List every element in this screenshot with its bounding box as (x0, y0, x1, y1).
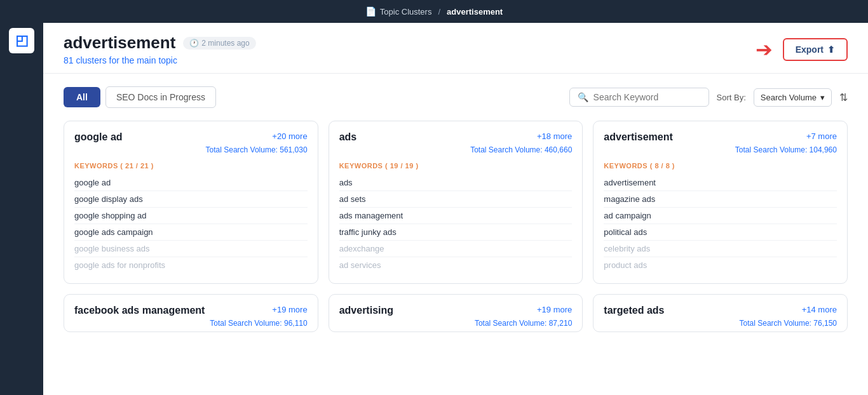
card-more[interactable]: +19 more (537, 305, 572, 314)
breadcrumb-current: advertisement (447, 7, 503, 17)
keyword-item: ads management (339, 208, 573, 224)
card-more[interactable]: +20 more (272, 131, 307, 141)
card-more[interactable]: +19 more (272, 305, 307, 314)
card-volume: Total Search Volume: 561,030 (74, 145, 308, 154)
card-title: advertising (339, 305, 393, 316)
keywords-label: KEYWORDS ( 19 / 19 ) (339, 162, 573, 170)
card-more[interactable]: +7 more (806, 131, 837, 141)
sort-by-label: Sort By: (717, 93, 746, 102)
card-header: advertising +19 more (339, 305, 573, 316)
card-header: targeted ads +14 more (604, 305, 837, 316)
header-left: advertisement 🕐 2 minutes ago 81 cluster… (64, 33, 256, 65)
keyword-item: advertisement (604, 175, 837, 191)
card-volume: Total Search Volume: 460,660 (339, 145, 573, 154)
search-input[interactable] (593, 92, 701, 102)
page-title-row: advertisement 🕐 2 minutes ago (64, 33, 256, 53)
keyword-item: political ads (604, 224, 837, 241)
export-button[interactable]: Export ⬆ (783, 38, 848, 61)
card-targeted-ads: targeted ads +14 more Total Search Volum… (593, 294, 848, 332)
search-box[interactable]: 🔍 (569, 88, 709, 107)
sort-order-icon[interactable]: ⇅ (839, 91, 848, 104)
keyword-item: ads (339, 175, 573, 191)
doc-icon: 📄 (365, 6, 376, 17)
filter-left: All SEO Docs in Progress (64, 86, 216, 108)
keyword-item: product ads (604, 257, 837, 273)
content-area: All SEO Docs in Progress 🔍 Sort By: Sear… (43, 74, 868, 345)
card-advertising: advertising +19 more Total Search Volume… (329, 294, 583, 332)
sort-value: Search Volume (761, 93, 817, 102)
card-title: ads (339, 131, 357, 143)
sidebar-logo[interactable]: ◰ (9, 28, 34, 53)
keyword-item: adexchange (339, 241, 573, 257)
top-bar: 📄 Topic Clusters / advertisement (0, 0, 868, 23)
sidebar: ◰ (0, 23, 43, 395)
main-content: advertisement 🕐 2 minutes ago 81 cluster… (43, 23, 868, 395)
cluster-count: 81 clusters for the main topic (64, 55, 256, 65)
clock-icon: 🕐 (189, 39, 199, 48)
search-icon: 🔍 (578, 92, 588, 102)
card-google-ad: google ad +20 more Total Search Volume: … (64, 121, 318, 284)
keywords-label: KEYWORDS ( 21 / 21 ) (74, 162, 308, 170)
keyword-item: google ads campaign (74, 224, 308, 241)
card-more[interactable]: +18 more (537, 131, 572, 141)
time-badge: 🕐 2 minutes ago (183, 37, 255, 50)
card-facebook-ads: facebook ads management +19 more Total S… (64, 294, 318, 332)
card-title: facebook ads management (74, 305, 205, 316)
card-volume: Total Search Volume: 104,960 (604, 145, 837, 154)
cards-grid: google ad +20 more Total Search Volume: … (64, 121, 848, 284)
keyword-item: google display ads (74, 191, 308, 208)
card-volume: Total Search Volume: 96,110 (74, 319, 308, 328)
page-title: advertisement (64, 33, 175, 53)
card-volume: Total Search Volume: 87,210 (339, 319, 573, 328)
card-header: ads +18 more (339, 131, 573, 143)
card-volume: Total Search Volume: 76,150 (604, 319, 837, 328)
keyword-item: ad campaign (604, 208, 837, 224)
card-advertisement: advertisement +7 more Total Search Volum… (593, 121, 848, 284)
breadcrumb-parent[interactable]: Topic Clusters (380, 7, 432, 17)
filter-seo-button[interactable]: SEO Docs in Progress (105, 86, 216, 108)
filter-all-button[interactable]: All (64, 87, 100, 107)
export-icon: ⬆ (827, 44, 835, 55)
filter-right: 🔍 Sort By: Search Volume ▾ ⇅ (569, 88, 848, 107)
keyword-item: celebrity ads (604, 241, 837, 257)
export-label: Export (796, 44, 824, 55)
keyword-item: magazine ads (604, 191, 837, 208)
arrow-icon: ➔ (756, 39, 773, 60)
keyword-item: ad services (339, 257, 573, 273)
filter-bar: All SEO Docs in Progress 🔍 Sort By: Sear… (64, 86, 848, 108)
keywords-label: KEYWORDS ( 8 / 8 ) (604, 162, 837, 170)
card-title: google ad (74, 131, 123, 143)
keyword-item: google ads for nonprofits (74, 257, 308, 273)
keyword-item: traffic junky ads (339, 224, 573, 241)
keyword-item: google business ads (74, 241, 308, 257)
page-header: advertisement 🕐 2 minutes ago 81 cluster… (43, 23, 868, 74)
cards-grid-row2: facebook ads management +19 more Total S… (64, 294, 848, 332)
breadcrumb-separator: / (438, 7, 440, 17)
card-title: advertisement (604, 131, 673, 143)
card-header: google ad +20 more (74, 131, 308, 143)
card-ads: ads +18 more Total Search Volume: 460,66… (329, 121, 583, 284)
sort-select[interactable]: Search Volume ▾ (754, 88, 832, 107)
card-header: facebook ads management +19 more (74, 305, 308, 316)
keyword-item: google ad (74, 175, 308, 191)
chevron-down-icon: ▾ (820, 93, 825, 102)
keyword-item: ad sets (339, 191, 573, 208)
card-more[interactable]: +14 more (802, 305, 837, 314)
card-title: targeted ads (604, 305, 664, 316)
header-right: ➔ Export ⬆ (756, 38, 848, 61)
keyword-item: google shopping ad (74, 208, 308, 224)
card-header: advertisement +7 more (604, 131, 837, 143)
